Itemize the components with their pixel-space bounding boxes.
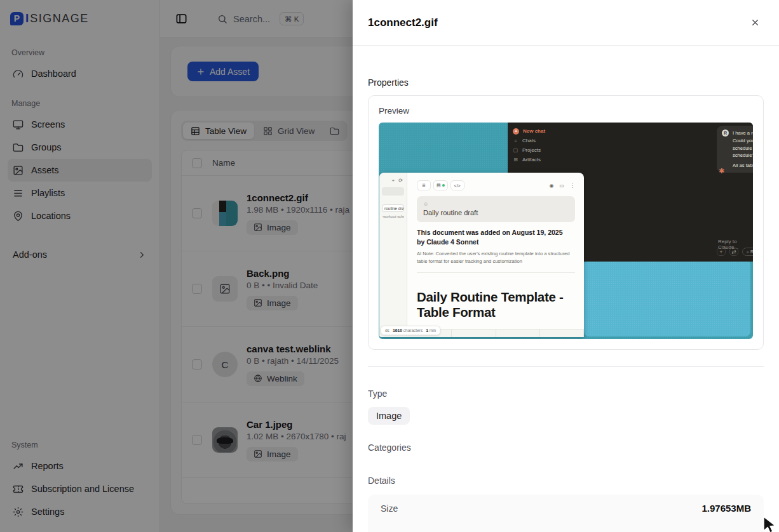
details-card: Size 1.97653MB (368, 495, 764, 532)
preview-new-chat-label: New chat (523, 128, 545, 134)
app-root: P I SIGNAGE Overview Dashboard Manage Sc… (0, 0, 779, 532)
preview-projects-item: ▢ Projects (513, 145, 583, 155)
plus-refresh-icons: + ⟳ (382, 178, 404, 183)
preview-doc-sidebar-item: -workout-sche... (382, 215, 404, 218)
kebab-menu-icon: ⋮ (570, 183, 575, 189)
preview-user-message: R I have a routine template in my home w… (717, 126, 753, 173)
preview-doc-sidebar: + ⟳ routine draft -workout-sche... (379, 173, 407, 337)
preview-document-window: + ⟳ routine draft -workout-sche... ≣ ▤ <… (379, 173, 584, 337)
preview-chats-label: Chats (522, 138, 536, 143)
preview-projects-label: Projects (522, 147, 541, 153)
eye-icon: ◉ (549, 183, 553, 189)
sheet-divider (368, 366, 764, 367)
close-icon (750, 18, 760, 27)
preview-card: Preview + New chat ⌕ Chats (368, 95, 764, 350)
preview-message-text: I have a routine template in my home wor… (733, 130, 753, 159)
preview-doc-divider (417, 272, 575, 273)
plus-icon: + (717, 248, 726, 256)
asset-detail-sheet: 1connect2.gif Properties Preview + New c… (353, 0, 779, 532)
preview-new-chat: + New chat (513, 126, 583, 136)
stats-time: 1 (426, 328, 428, 333)
size-value: 1.97653MB (701, 503, 751, 514)
properties-heading: Properties (368, 77, 764, 88)
preview-cyan-panel (584, 262, 750, 336)
comment-icon: ▭ (559, 183, 564, 189)
preview-doc-stats-chip: ds 1610 characters 1 min (381, 326, 440, 335)
preview-doc-title: Daily routine draft (423, 209, 569, 216)
type-value-badge: Image (368, 407, 410, 425)
sheet-header: 1connect2.gif (353, 0, 779, 46)
detail-row-size: Size 1.97653MB (381, 503, 751, 514)
preview-doc-ai-note: AI Note: Converted the user's existing r… (417, 250, 572, 265)
close-button[interactable] (746, 14, 764, 32)
stats-chars: 1610 (393, 328, 402, 333)
asset-preview-image: + New chat ⌕ Chats ▢ Projects (379, 123, 753, 339)
search-icon: ⌕ (513, 138, 518, 144)
outline-icon: ≣ (417, 180, 431, 190)
preview-doc-toolbar: ≣ ▤ </> ◉ ▭ ⋮ (417, 180, 575, 190)
doc-status-icon: ▤ (433, 180, 448, 190)
preview-message-text-2: All as tables please! (733, 163, 753, 168)
sliders-icon: ⇄ (729, 248, 738, 256)
research-label: Research (750, 249, 753, 254)
box-icon: ▢ (513, 147, 518, 153)
preview-research-button: ⌕ Research (742, 248, 753, 256)
preview-doc-added-line: This document was added on August 19, 20… (417, 228, 563, 247)
preview-chat-toolbar: + ⇄ ⌕ Research Claude Sonnet 4 ⌄ (717, 248, 753, 256)
stats-time-label: min (430, 328, 436, 333)
preview-claude-sidebar: + New chat ⌕ Chats ▢ Projects (513, 126, 583, 164)
sheet-body: Properties Preview + New chat ⌕ (353, 77, 779, 532)
preview-chats-item: ⌕ Chats (513, 136, 583, 145)
stats-chars-label: characters (403, 328, 423, 333)
plus-icon: + (513, 128, 519, 135)
type-heading: Type (368, 389, 764, 399)
preview-artifacts-label: Artifacts (522, 157, 541, 163)
preview-artifacts-item: ⊞ Artifacts (513, 155, 583, 164)
preview-doc-selected-item (382, 187, 404, 196)
size-label: Size (381, 503, 398, 514)
preview-heading: Preview (379, 106, 753, 116)
claude-spark-icon: ✱ (719, 167, 724, 175)
preview-doc-h1: Daily Routine Template - Table Format (417, 289, 582, 320)
preview-doc-titleblock: ☺ Daily routine draft (417, 196, 575, 222)
categories-heading: Categories (368, 442, 764, 453)
preview-user-avatar: R (722, 130, 729, 136)
details-heading: Details (368, 475, 764, 486)
doc-emoji-icon: ☺ (423, 201, 569, 207)
stats-words: ds (385, 328, 390, 333)
preview-doc-area: ≣ ▤ </> ◉ ▭ ⋮ ☺ Da (408, 173, 584, 337)
grid-icon: ⊞ (513, 157, 518, 163)
sheet-title: 1connect2.gif (368, 17, 438, 29)
green-dot (442, 184, 445, 187)
preview-doc-tab-chip: routine draft (382, 204, 404, 212)
code-icon: </> (450, 180, 464, 190)
